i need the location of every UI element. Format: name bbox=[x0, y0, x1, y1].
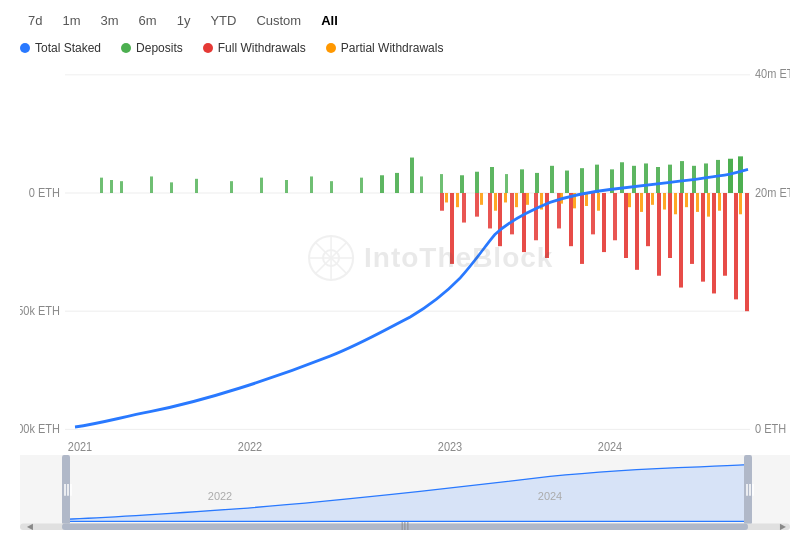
svg-rect-37 bbox=[460, 175, 464, 193]
svg-rect-88 bbox=[456, 193, 459, 207]
svg-rect-105 bbox=[696, 193, 699, 212]
svg-text:0 ETH: 0 ETH bbox=[755, 421, 786, 436]
svg-rect-70 bbox=[569, 193, 573, 246]
legend-deposits: Deposits bbox=[121, 41, 183, 55]
svg-rect-22 bbox=[120, 181, 123, 193]
svg-rect-26 bbox=[230, 181, 233, 193]
svg-text:2024: 2024 bbox=[598, 439, 623, 453]
svg-rect-91 bbox=[504, 193, 507, 202]
time-range-bar: 7d 1m 3m 6m 1y YTD Custom All bbox=[20, 10, 790, 31]
svg-rect-32 bbox=[380, 175, 384, 193]
navigator-svg: 2022 2024 ◄ ► III bbox=[20, 455, 790, 530]
svg-text:40m ETH: 40m ETH bbox=[755, 66, 790, 81]
btn-ytd[interactable]: YTD bbox=[202, 10, 244, 31]
svg-rect-98 bbox=[597, 193, 600, 211]
svg-rect-29 bbox=[310, 176, 313, 193]
legend-dot-deposits bbox=[121, 43, 131, 53]
btn-6m[interactable]: 6m bbox=[131, 10, 165, 31]
svg-rect-74 bbox=[613, 193, 617, 240]
svg-rect-28 bbox=[285, 180, 288, 193]
svg-rect-108 bbox=[739, 193, 742, 214]
svg-rect-100 bbox=[640, 193, 643, 212]
svg-rect-110 bbox=[62, 455, 70, 525]
svg-rect-62 bbox=[475, 193, 479, 217]
btn-1y[interactable]: 1y bbox=[169, 10, 199, 31]
svg-rect-84 bbox=[723, 193, 727, 276]
svg-rect-99 bbox=[628, 193, 631, 207]
svg-rect-82 bbox=[701, 193, 705, 282]
svg-rect-50 bbox=[644, 163, 648, 193]
svg-rect-23 bbox=[150, 176, 153, 193]
main-chart-svg: 0 ETH -250k ETH -500k ETH 40m ETH 20m ET… bbox=[20, 63, 790, 453]
svg-rect-85 bbox=[734, 193, 738, 299]
svg-rect-101 bbox=[651, 193, 654, 205]
btn-7d[interactable]: 7d bbox=[20, 10, 50, 31]
btn-all[interactable]: All bbox=[313, 10, 346, 31]
svg-text:-500k ETH: -500k ETH bbox=[20, 421, 60, 436]
svg-rect-102 bbox=[663, 193, 666, 210]
legend-dot-total-staked bbox=[20, 43, 30, 53]
svg-rect-25 bbox=[195, 179, 198, 193]
svg-rect-80 bbox=[679, 193, 683, 288]
svg-rect-27 bbox=[260, 178, 263, 193]
svg-rect-34 bbox=[410, 158, 414, 193]
svg-rect-49 bbox=[632, 166, 636, 193]
legend-full-withdrawals: Full Withdrawals bbox=[203, 41, 306, 55]
svg-rect-61 bbox=[462, 193, 466, 223]
svg-rect-41 bbox=[520, 169, 524, 193]
svg-rect-60 bbox=[450, 193, 454, 264]
svg-rect-39 bbox=[490, 167, 494, 193]
svg-rect-93 bbox=[526, 193, 529, 205]
svg-rect-71 bbox=[580, 193, 584, 264]
svg-text:20m ETH: 20m ETH bbox=[755, 185, 790, 200]
chart-legend: Total Staked Deposits Full Withdrawals P… bbox=[20, 41, 790, 55]
legend-label-full-withdrawals: Full Withdrawals bbox=[218, 41, 306, 55]
svg-rect-111 bbox=[744, 455, 752, 525]
legend-dot-partial-withdrawals bbox=[326, 43, 336, 53]
svg-rect-86 bbox=[745, 193, 749, 311]
svg-rect-67 bbox=[534, 193, 538, 240]
legend-label-total-staked: Total Staked bbox=[35, 41, 101, 55]
svg-rect-24 bbox=[170, 182, 173, 193]
svg-rect-81 bbox=[690, 193, 694, 264]
svg-rect-33 bbox=[395, 173, 399, 193]
svg-rect-59 bbox=[440, 193, 444, 211]
svg-rect-66 bbox=[522, 193, 526, 252]
legend-label-deposits: Deposits bbox=[136, 41, 183, 55]
svg-rect-64 bbox=[498, 193, 502, 246]
btn-custom[interactable]: Custom bbox=[248, 10, 309, 31]
svg-rect-45 bbox=[580, 168, 584, 193]
svg-rect-21 bbox=[110, 180, 113, 193]
svg-text:-250k ETH: -250k ETH bbox=[20, 303, 60, 318]
svg-rect-31 bbox=[360, 178, 363, 193]
svg-rect-90 bbox=[494, 193, 497, 211]
svg-rect-87 bbox=[445, 193, 448, 202]
svg-rect-43 bbox=[550, 166, 554, 193]
svg-rect-77 bbox=[646, 193, 650, 246]
svg-rect-46 bbox=[595, 165, 599, 193]
svg-rect-63 bbox=[488, 193, 492, 228]
legend-label-partial-withdrawals: Partial Withdrawals bbox=[341, 41, 444, 55]
svg-rect-76 bbox=[635, 193, 639, 270]
svg-text:2022: 2022 bbox=[238, 439, 263, 453]
navigator-chart[interactable]: 2022 2024 ◄ ► III bbox=[20, 455, 790, 530]
svg-text:2021: 2021 bbox=[68, 439, 93, 453]
svg-rect-89 bbox=[480, 193, 483, 205]
svg-rect-58 bbox=[738, 156, 743, 193]
legend-dot-full-withdrawals bbox=[203, 43, 213, 53]
svg-rect-44 bbox=[565, 171, 569, 193]
legend-partial-withdrawals: Partial Withdrawals bbox=[326, 41, 444, 55]
btn-1m[interactable]: 1m bbox=[54, 10, 88, 31]
svg-rect-78 bbox=[657, 193, 661, 276]
svg-rect-79 bbox=[668, 193, 672, 258]
svg-rect-35 bbox=[420, 176, 423, 193]
svg-rect-92 bbox=[515, 193, 518, 207]
svg-rect-103 bbox=[674, 193, 677, 214]
svg-text:0 ETH: 0 ETH bbox=[29, 185, 60, 200]
app-container: 7d 1m 3m 6m 1y YTD Custom All Total Stak… bbox=[0, 0, 810, 535]
svg-text:►: ► bbox=[778, 521, 788, 530]
svg-rect-51 bbox=[656, 167, 660, 193]
svg-rect-20 bbox=[100, 178, 103, 193]
btn-3m[interactable]: 3m bbox=[93, 10, 127, 31]
svg-text:2023: 2023 bbox=[438, 439, 463, 453]
